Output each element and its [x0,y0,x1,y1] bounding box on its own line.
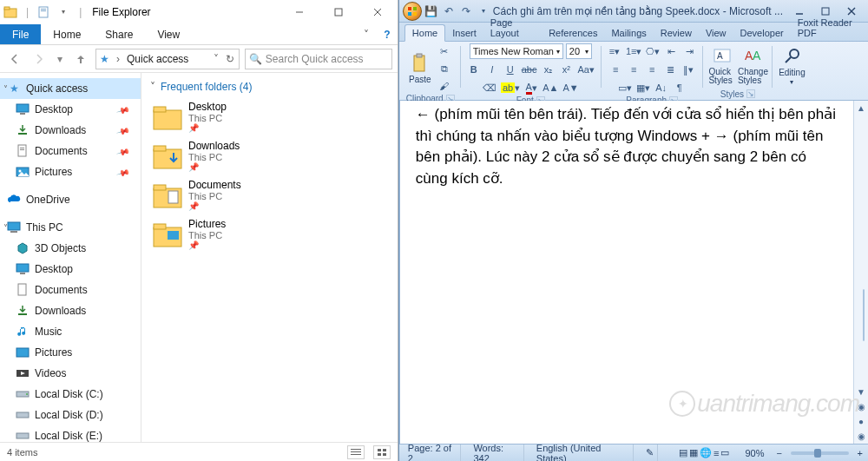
tab-file[interactable]: File [0,24,41,44]
shading-button[interactable]: ▭▾ [617,80,633,95]
word-tab-view[interactable]: View [699,25,733,41]
numbering-button[interactable]: 1≡▾ [625,43,643,59]
explorer-titlebar[interactable]: | ▾ | File Explorer [0,0,398,24]
nav-forward-button[interactable] [30,49,49,69]
view-details-button[interactable] [347,445,365,459]
multilevel-button[interactable]: ⎔▾ [645,43,661,59]
bullets-button[interactable]: ≡▾ [607,43,622,59]
scroll-thumb[interactable] [863,289,865,341]
nav-qa-downloads[interactable]: Downloads📌 [0,120,141,141]
qat-redo-icon[interactable]: ↷ [460,5,472,17]
strike-button[interactable]: abc [521,62,538,77]
nav-pc-disk-d[interactable]: Local Disk (D:) [0,405,141,425]
nav-onedrive[interactable]: OneDrive [0,189,141,210]
word-tab-mailings[interactable]: Mailings [604,25,653,41]
status-words[interactable]: Words: 342 [470,445,523,461]
increase-indent-button[interactable]: ⇥ [681,43,697,59]
minimize-button[interactable] [280,0,319,24]
line-spacing-button[interactable]: ‖▾ [681,62,696,77]
scroll-up-button[interactable]: ▲ [854,101,868,115]
superscript-button[interactable]: x² [558,62,574,77]
qat-dropdown-icon[interactable]: ▾ [56,5,70,19]
nav-pc-videos[interactable]: Videos [0,363,141,384]
bold-button[interactable]: B [466,62,482,77]
nav-history-dropdown[interactable]: ▾ [54,49,66,69]
address-dropdown-icon[interactable]: ˅ [211,53,221,65]
next-page-button[interactable]: ◉ [854,429,868,444]
word-tab-pagelayout[interactable]: Page Layout [483,15,542,41]
view-large-icons-button[interactable] [373,445,391,459]
highlight-button[interactable]: ab▾ [500,80,521,95]
chevron-down-icon[interactable]: ˅ [3,223,8,233]
status-page[interactable]: Page: 2 of 2 [404,445,462,461]
nav-pc-documents[interactable]: Documents [0,280,141,300]
document-text[interactable]: ← (phím mũi tên bên trái). Tiếp đến với … [416,106,836,187]
qat-undo-icon[interactable]: ↶ [443,5,455,17]
nav-up-button[interactable] [71,49,90,69]
vertical-scrollbar[interactable]: ▲ ▼ ◉ ● ◉ [853,101,868,444]
show-marks-button[interactable]: ¶ [672,80,687,95]
zoom-out-button[interactable]: − [776,448,781,458]
folder-item-downloads[interactable]: DownloadsThis PC📌 [150,136,302,175]
chevron-down-icon[interactable]: ˅ [3,84,8,94]
align-center-button[interactable]: ≡ [626,62,641,77]
borders-button[interactable]: ▦▾ [635,80,651,95]
view-outline-icon[interactable]: ≡ [713,448,719,458]
office-button[interactable] [403,2,422,21]
prev-page-button[interactable]: ◉ [854,399,868,414]
ribbon-expand-icon[interactable]: ˅ [356,24,377,44]
word-tab-review[interactable]: Review [654,25,699,41]
cut-button[interactable]: ✂ [437,43,452,59]
copy-button[interactable]: ⧉ [437,61,452,76]
zoom-slider-knob[interactable] [814,449,821,458]
group-header-frequent[interactable]: ˅ Frequent folders (4) [150,78,389,95]
align-right-button[interactable]: ≡ [644,62,660,77]
nav-pc-desktop[interactable]: Desktop [0,259,141,280]
view-print-layout-icon[interactable]: ▤ [679,447,687,458]
font-size-select[interactable]: 20▾ [566,43,592,59]
nav-back-button[interactable] [5,49,24,69]
tab-view[interactable]: View [145,24,192,44]
status-language[interactable]: English (United States) [533,445,634,461]
tab-share[interactable]: Share [93,24,145,44]
font-name-select[interactable]: Times New Roman▾ [470,43,563,59]
folder-item-desktop[interactable]: DesktopThis PC📌 [150,97,302,136]
explorer-content-pane[interactable]: ˅ Frequent folders (4) DesktopThis PC📌 D… [141,73,398,442]
folder-item-documents[interactable]: DocumentsThis PC📌 [150,175,302,214]
help-icon[interactable]: ? [377,24,398,44]
shrink-font-button[interactable]: A▼ [562,80,579,95]
subscript-button[interactable]: x₂ [540,62,556,77]
browse-object-button[interactable]: ● [854,414,868,429]
nav-pc-disk-e[interactable]: Local Disk (E:) [0,425,141,442]
tab-home[interactable]: Home [41,24,93,44]
nav-this-pc[interactable]: ˅This PC [0,217,141,238]
change-case-button[interactable]: Aa▾ [576,62,595,77]
clear-format-button[interactable]: ⌫ [482,80,497,95]
word-tab-foxit[interactable]: Foxit Reader PDF [791,15,868,41]
explorer-app-icon[interactable] [3,5,17,19]
nav-qa-documents[interactable]: Documents📌 [0,141,141,161]
zoom-level[interactable]: 90% [741,445,767,461]
address-text[interactable]: Quick access [127,53,188,65]
view-draft-icon[interactable]: ▭ [720,447,729,458]
close-button[interactable] [358,0,398,24]
address-bar[interactable]: ★ › Quick access ˅ ↻ [95,49,240,69]
word-tab-references[interactable]: References [542,25,604,41]
format-painter-button[interactable]: 🖌 [437,78,452,94]
chevron-right-icon[interactable]: › [113,53,123,65]
explorer-nav-pane[interactable]: ˅ ★ Quick access Desktop📌 Downloads📌 Doc… [0,73,141,442]
word-tab-developer[interactable]: Developer [733,25,791,41]
nav-pc-music[interactable]: Music [0,321,141,342]
dialog-launcher-icon[interactable]: ↘ [746,89,755,98]
align-left-button[interactable]: ≡ [608,62,623,77]
nav-pc-pictures[interactable]: Pictures [0,342,141,363]
nav-qa-pictures[interactable]: Pictures📌 [0,161,141,182]
qat-save-icon[interactable]: 💾 [425,5,437,17]
maximize-button[interactable] [319,0,358,24]
nav-quick-access[interactable]: ˅ ★ Quick access [0,78,141,99]
quick-styles-button[interactable]: AQuick Styles [708,46,736,86]
folder-item-pictures[interactable]: PicturesThis PC📌 [150,214,302,254]
nav-pc-downloads[interactable]: Downloads [0,300,141,321]
zoom-slider[interactable] [791,451,849,455]
document-page[interactable]: ← (phím mũi tên bên trái). Tiếp đến với … [405,101,852,444]
